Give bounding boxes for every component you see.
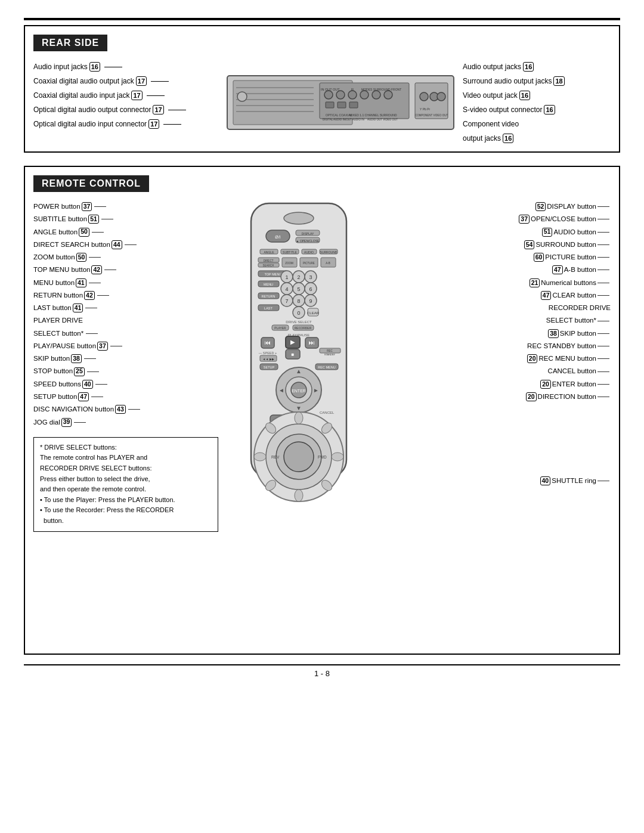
- rc-right-display: DISPLAY button 52: [384, 200, 611, 213]
- svg-point-15: [437, 92, 445, 101]
- rc-left-last: LAST button 41: [33, 302, 218, 314]
- rear-label-2: Coaxial digital audio output jack 17: [33, 74, 224, 88]
- svg-text:ANGLE: ANGLE: [264, 250, 275, 254]
- svg-point-32: [284, 212, 314, 224]
- svg-text:⏮: ⏮: [265, 339, 271, 346]
- remote-control-header: REMOTE CONTROL: [33, 175, 149, 192]
- rear-right-label-5b: output jacks 16: [463, 131, 636, 145]
- remote-center: Ø/I DISPLAY ▲ OPEN/CLOSE ANGLE SUBTITLE …: [218, 200, 379, 648]
- rear-label-5: Optical digital audio input connector 17: [33, 117, 224, 131]
- svg-text:◄◄  ▶▶: ◄◄ ▶▶: [262, 357, 274, 361]
- svg-text:⏭: ⏭: [309, 339, 315, 346]
- page-wrapper: REAR SIDE Audio input jacks 16 Coaxial d…: [0, 0, 644, 696]
- rc-left-subtitle: SUBTITLE button 51: [33, 213, 218, 225]
- svg-point-126: [284, 442, 314, 472]
- svg-text:3: 3: [309, 274, 312, 280]
- svg-text:7: 7: [285, 298, 288, 304]
- top-border: [24, 18, 620, 20]
- svg-text:8: 8: [297, 298, 300, 304]
- rc-left-stop: STOP button 25: [33, 365, 218, 377]
- remote-labels-left: POWER button 37 SUBTITLE button 51 ANGLE…: [33, 200, 218, 532]
- rc-left-angle: ANGLE button 50: [33, 226, 218, 239]
- svg-point-128: [295, 490, 303, 501]
- remote-labels-right: DISPLAY button 52 OPEN/CLOSE button 37 A…: [379, 200, 611, 488]
- svg-text:2: 2: [297, 274, 300, 280]
- svg-text:Ø/I: Ø/I: [275, 235, 280, 239]
- rc-right-skip-r: SKIP button 38: [384, 327, 611, 340]
- svg-text:DIGITAL AUDIO IN/OUT  AUDIO IN: DIGITAL AUDIO IN/OUT AUDIO IN: [323, 118, 364, 121]
- svg-point-129: [254, 453, 266, 461]
- svg-rect-10: [338, 102, 346, 108]
- svg-text:5: 5: [297, 286, 300, 292]
- svg-rect-9: [326, 102, 334, 108]
- rear-label-3: Coaxial digital audio input jack 17: [33, 88, 224, 103]
- svg-text:STANDBY: STANDBY: [324, 353, 336, 356]
- svg-text:■: ■: [292, 352, 295, 357]
- svg-text:►: ►: [313, 387, 319, 394]
- svg-text:DISPLAY: DISPLAY: [302, 232, 314, 236]
- svg-text:FWD: FWD: [318, 455, 327, 459]
- rc-right-cancel: CANCEL button: [384, 365, 611, 377]
- svg-text:ZOOM: ZOOM: [285, 262, 293, 265]
- svg-text:▼: ▼: [296, 405, 302, 411]
- rear-right-label-3: Video output jack 16: [463, 88, 636, 103]
- svg-text:R: R: [351, 88, 354, 91]
- rear-label-4: Optical digital audio output connector 1…: [33, 103, 224, 117]
- svg-text:ENTER: ENTER: [292, 389, 306, 393]
- rc-left-player-drive: PLAYER DRIVE: [33, 314, 218, 327]
- svg-text:9: 9: [309, 298, 312, 304]
- svg-point-3: [324, 91, 333, 99]
- svg-text:DIRECT: DIRECT: [264, 259, 274, 262]
- svg-text:CANCEL: CANCEL: [320, 411, 335, 414]
- rc-left-zoom: ZOOM button 50: [33, 251, 218, 264]
- svg-text:RETURN: RETURN: [262, 295, 275, 298]
- svg-text:▶: ▶: [290, 339, 295, 345]
- svg-text:REC: REC: [327, 349, 333, 352]
- svg-point-127: [295, 412, 303, 424]
- rc-left-speed: SPEED buttons 40: [33, 378, 218, 391]
- rear-device-svg: OPTICAL COAXIAL MIXED 1.1 CHANNEL SURROU…: [224, 64, 457, 141]
- rc-right-open-close: OPEN/CLOSE button 37: [384, 213, 611, 225]
- rc-right-surround: SURROUND button 54: [384, 239, 611, 251]
- rc-right-direction: DIRECTION button 20: [384, 391, 611, 403]
- svg-text:COMPONENT VIDEO OUT: COMPONENT VIDEO OUT: [415, 114, 448, 117]
- rear-right-label-2: Surround audio output jacks 18: [463, 74, 636, 88]
- svg-text:MODES SURROUND FRONT: MODES SURROUND FRONT: [361, 88, 401, 91]
- rc-left-player-drive-2: SELECT button*: [33, 327, 218, 340]
- rc-right-recorder-drive-1: RECORDER DRIVE: [384, 302, 611, 314]
- svg-text:AUDIO: AUDIO: [304, 250, 314, 254]
- svg-text:AUDIO OUT   VIDEO OUT: AUDIO OUT VIDEO OUT: [367, 118, 398, 121]
- rc-left-skip: SKIP button 38: [33, 352, 218, 365]
- rear-right-label-1: Audio output jacks 16: [463, 60, 636, 74]
- rc-left-disc-nav: DISC NAVIGATION button 43: [33, 403, 218, 416]
- svg-text:CLEAR: CLEAR: [307, 311, 320, 315]
- svg-point-27: [237, 92, 247, 101]
- svg-point-6: [360, 91, 369, 99]
- svg-text:OPTICAL  COAXIAL: OPTICAL COAXIAL: [326, 113, 352, 117]
- svg-point-5: [348, 91, 357, 99]
- svg-text:MENU: MENU: [264, 283, 273, 286]
- svg-text:REV: REV: [271, 455, 280, 459]
- rc-left-play-pause: PLAY/PAUSE button 37: [33, 340, 218, 352]
- svg-text:IN  OUT  OUT: IN OUT OUT: [321, 88, 340, 91]
- svg-text:SUBTITLE: SUBTITLE: [283, 250, 298, 254]
- svg-text:RECORDER: RECORDER: [295, 326, 312, 330]
- svg-text:SURROUND: SURROUND: [320, 250, 338, 254]
- svg-text:MIXED  1.1 CHANNEL SURROUND: MIXED 1.1 CHANNEL SURROUND: [349, 113, 397, 117]
- rc-left-jog: JOG dial 39: [33, 416, 218, 429]
- svg-text:▲: ▲: [296, 368, 302, 374]
- rc-right-rec-standby: REC STANDBY button: [384, 340, 611, 352]
- rc-left-setup: SETUP button 47: [33, 391, 218, 403]
- svg-text:SEARCH: SEARCH: [263, 264, 274, 267]
- svg-text:▲ OPEN/CLOSE: ▲ OPEN/CLOSE: [296, 239, 320, 243]
- rc-left-power: POWER button 37: [33, 200, 218, 213]
- rc-right-recorder-drive-2: SELECT button*: [384, 314, 611, 327]
- rear-labels-right: Audio output jacks 16 Surround audio out…: [457, 60, 636, 145]
- rc-left-top-menu: TOP MENU button 42: [33, 264, 218, 276]
- rc-right-numerical: Numerical buttons 21: [384, 277, 611, 289]
- rc-right-rec-menu: REC MENU button 20: [384, 352, 611, 365]
- rc-left-menu: MENU button 41: [33, 277, 218, 289]
- svg-rect-11: [349, 102, 358, 108]
- rear-right-label-4: S-video output connector 16: [463, 103, 636, 117]
- svg-text:DRIVE SELECT: DRIVE SELECT: [286, 320, 312, 324]
